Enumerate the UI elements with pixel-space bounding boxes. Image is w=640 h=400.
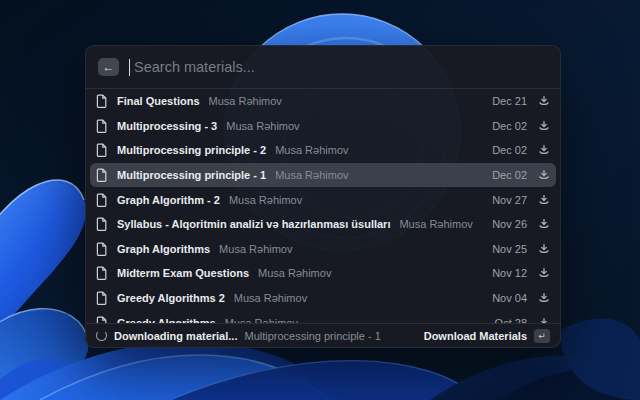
back-arrow-icon: ←	[103, 61, 115, 73]
material-title: Syllabus - Alqoritmin analizi və hazırla…	[117, 218, 390, 230]
material-row[interactable]: Greedy Algorithms 2 Musa Rəhimov Nov 04	[90, 286, 556, 311]
material-date: Dec 02	[492, 169, 527, 181]
material-row[interactable]: Multiprocessing - 3 Musa Rəhimov Dec 02	[90, 114, 556, 139]
download-icon[interactable]	[538, 292, 550, 304]
download-icon[interactable]	[538, 194, 550, 206]
download-icon[interactable]	[538, 243, 550, 255]
download-icon[interactable]	[538, 95, 550, 107]
material-row[interactable]: Graph Algorithm - 2 Musa Rəhimov Nov 27	[90, 187, 556, 212]
search-input[interactable]: Search materials...	[134, 59, 255, 75]
materials-list: Final Questions Musa Rəhimov Dec 21 Mult…	[86, 89, 560, 323]
material-date: Nov 27	[492, 194, 527, 206]
document-icon	[96, 168, 108, 182]
download-icon[interactable]	[538, 218, 550, 230]
document-icon	[96, 291, 108, 305]
document-icon	[96, 143, 108, 157]
material-author: Musa Rəhimov	[275, 144, 348, 156]
material-date: Dec 21	[492, 95, 527, 107]
material-title: Multiprocessing principle - 2	[117, 144, 266, 156]
material-row[interactable]: Midterm Exam Questions Musa Rəhimov Nov …	[90, 261, 556, 286]
material-title: Final Questions	[117, 95, 200, 107]
material-row[interactable]: Final Questions Musa Rəhimov Dec 21	[90, 89, 556, 114]
material-title: Graph Algorithm - 2	[117, 194, 220, 206]
material-title: Graph Algorithms	[117, 243, 210, 255]
document-icon	[96, 119, 108, 133]
text-cursor	[129, 59, 130, 76]
material-row[interactable]: Graph Algorithms Musa Rəhimov Nov 25	[90, 237, 556, 262]
document-icon	[96, 242, 108, 256]
download-icon[interactable]	[538, 267, 550, 279]
enter-key-badge: ↵	[534, 329, 550, 343]
material-title: Multiprocessing - 3	[117, 120, 217, 132]
material-row[interactable]: Syllabus - Alqoritmin analizi və hazırla…	[90, 212, 556, 237]
loading-spinner-icon	[96, 330, 107, 341]
document-icon	[96, 217, 108, 231]
material-date: Nov 04	[492, 292, 527, 304]
status-label: Downloading material...	[114, 330, 237, 342]
material-author: Musa Rəhimov	[226, 120, 299, 132]
material-date: Dec 02	[492, 120, 527, 132]
document-icon	[96, 316, 108, 323]
material-author: Musa Rəhimov	[219, 243, 292, 255]
material-author: Musa Rəhimov	[234, 292, 307, 304]
search-materials-panel: ← Search materials... Final Questions Mu…	[85, 45, 561, 348]
status-detail: Multiprocessing principle - 1	[244, 330, 380, 342]
material-date: Nov 12	[492, 267, 527, 279]
material-row[interactable]: Multiprocessing principle - 2 Musa Rəhim…	[90, 138, 556, 163]
action-bar: Downloading material... Multiprocessing …	[86, 324, 560, 347]
material-row[interactable]: Multiprocessing principle - 1 Musa Rəhim…	[90, 163, 556, 188]
document-icon	[96, 193, 108, 207]
download-icon[interactable]	[538, 169, 550, 181]
download-materials-action[interactable]: Download Materials	[424, 330, 527, 342]
material-title: Greedy Algorithms 2	[117, 292, 225, 304]
material-title: Midterm Exam Questions	[117, 267, 249, 279]
material-date: Nov 26	[492, 218, 527, 230]
material-author: Musa Rəhimov	[229, 194, 302, 206]
material-date: Nov 25	[492, 243, 527, 255]
search-bar: ← Search materials...	[86, 46, 560, 88]
download-icon[interactable]	[538, 144, 550, 156]
material-author: Musa Rəhimov	[275, 169, 348, 181]
document-icon	[96, 266, 108, 280]
material-author: Musa Rəhimov	[399, 218, 472, 230]
document-icon	[96, 94, 108, 108]
back-button[interactable]: ←	[98, 58, 119, 76]
material-row[interactable]: Greedy Algorithms Musa Rəhimov Oct 28	[90, 310, 556, 323]
material-title: Multiprocessing principle - 1	[117, 169, 266, 181]
material-author: Musa Rəhimov	[209, 95, 282, 107]
download-icon[interactable]	[538, 120, 550, 132]
material-author: Musa Rəhimov	[258, 267, 331, 279]
material-date: Dec 02	[492, 144, 527, 156]
